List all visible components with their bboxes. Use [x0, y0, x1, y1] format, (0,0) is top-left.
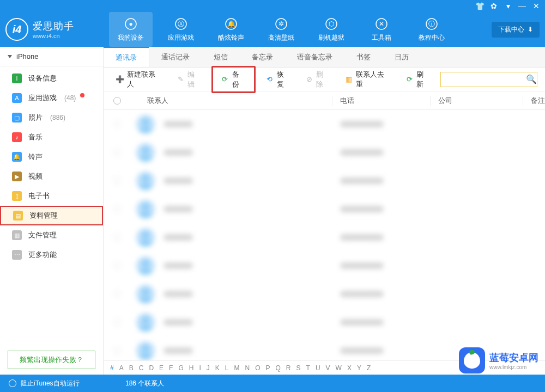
- device-selector[interactable]: iPhone: [0, 47, 103, 66]
- sidebar-item-more[interactable]: ⋯更多功能: [0, 245, 103, 265]
- sidebar-item-datamgmt[interactable]: ▤资料管理: [0, 206, 103, 225]
- alpha-L[interactable]: L: [225, 364, 229, 372]
- delete-button[interactable]: ⊘ 删除: [300, 68, 335, 91]
- sidebar-item-photos[interactable]: ▢照片(886): [0, 108, 103, 127]
- search-icon[interactable]: 🔍: [526, 74, 537, 84]
- alpha-A[interactable]: A: [119, 364, 124, 372]
- table-row[interactable]: [104, 167, 545, 195]
- nav-wallpaper[interactable]: ✲高清壁纸: [259, 12, 303, 47]
- tab-日历[interactable]: 日历: [383, 47, 421, 67]
- alpha-R[interactable]: R: [286, 364, 291, 372]
- close-icon[interactable]: ✕: [531, 1, 542, 11]
- tab-语音备忘录[interactable]: 语音备忘录: [285, 47, 344, 67]
- refresh-button[interactable]: ⟳ 刷新: [401, 68, 435, 91]
- alpha-N[interactable]: N: [245, 364, 250, 372]
- sidebar-item-label: 设备信息: [28, 74, 57, 83]
- sidebar-item-label: 应用游戏: [28, 93, 57, 103]
- col-phone[interactable]: 电话: [332, 96, 431, 106]
- table-row[interactable]: [104, 138, 545, 167]
- alpha-K[interactable]: K: [215, 364, 220, 372]
- sidebar-item-filemgmt[interactable]: ▥文件管理: [0, 225, 103, 245]
- alpha-J[interactable]: J: [207, 364, 210, 372]
- row-checkbox[interactable]: [104, 205, 131, 213]
- row-checkbox[interactable]: [104, 262, 131, 270]
- shirt-icon[interactable]: 👕: [474, 1, 485, 11]
- sidebar-item-info[interactable]: i设备信息: [0, 69, 103, 88]
- table-row[interactable]: [104, 280, 545, 308]
- gear-icon[interactable]: ✿: [488, 1, 499, 11]
- tab-通话记录[interactable]: 通话记录: [149, 47, 202, 67]
- edit-button[interactable]: ✎ 编辑: [172, 68, 206, 91]
- alpha-Q[interactable]: Q: [276, 364, 281, 372]
- table-row[interactable]: [104, 252, 545, 280]
- col-note[interactable]: 备注: [523, 96, 545, 106]
- search-box[interactable]: 🔍: [440, 72, 537, 87]
- alpha-I[interactable]: I: [199, 364, 201, 372]
- alpha-G[interactable]: G: [178, 364, 183, 372]
- nav-tools[interactable]: ✕工具箱: [360, 12, 403, 47]
- row-checkbox[interactable]: [104, 120, 131, 128]
- select-all-checkbox[interactable]: [104, 97, 131, 105]
- refresh-icon: ⟳: [405, 75, 414, 84]
- alpha-P[interactable]: P: [266, 364, 270, 372]
- nav-flash[interactable]: ⬡刷机越狱: [310, 12, 353, 47]
- sidebar-item-ringtone[interactable]: 🔔铃声: [0, 147, 103, 167]
- dedupe-button[interactable]: ▥ 联系人去重: [340, 68, 395, 91]
- alpha-Z[interactable]: Z: [367, 364, 371, 372]
- avatar-icon: [136, 256, 155, 275]
- tab-书签[interactable]: 书签: [344, 47, 383, 67]
- row-checkbox[interactable]: [104, 347, 131, 354]
- search-input[interactable]: [444, 76, 526, 83]
- col-name[interactable]: 联系人: [131, 96, 332, 106]
- tab-通讯录[interactable]: 通讯录: [104, 47, 149, 67]
- alpha-F[interactable]: F: [169, 364, 173, 372]
- alpha-W[interactable]: W: [336, 364, 342, 372]
- alpha-T[interactable]: T: [306, 364, 310, 372]
- alpha-B[interactable]: B: [129, 364, 134, 372]
- app-title-cn: 爱思助手: [33, 20, 74, 33]
- nav-tutorial[interactable]: ⓘ教程中心: [410, 12, 453, 47]
- download-center-button[interactable]: 下载中心 ⬇: [492, 22, 540, 38]
- row-checkbox[interactable]: [104, 318, 131, 326]
- minimize-icon[interactable]: —: [517, 1, 528, 11]
- restore-button[interactable]: ⟲ 恢复: [261, 68, 295, 91]
- sidebar-item-label: 资料管理: [29, 211, 58, 220]
- tab-短信[interactable]: 短信: [202, 47, 240, 67]
- alpha-V[interactable]: V: [326, 364, 330, 372]
- alpha-M[interactable]: M: [234, 364, 239, 372]
- alpha-U[interactable]: U: [316, 364, 320, 372]
- alpha-E[interactable]: E: [159, 364, 164, 372]
- help-link[interactable]: 频繁出现操作失败？: [8, 351, 95, 369]
- window-controls: 👕 ✿ ▾ — ✕: [0, 0, 545, 12]
- alpha-O[interactable]: O: [255, 364, 260, 372]
- block-itunes-toggle[interactable]: 阻止iTunes自动运行: [0, 379, 104, 388]
- col-company[interactable]: 公司: [431, 96, 523, 106]
- backup-icon: ⟳: [221, 75, 229, 84]
- nav-apps[interactable]: Ⓐ应用游戏: [159, 12, 203, 47]
- tab-备忘录[interactable]: 备忘录: [240, 47, 285, 67]
- sidebar-item-ebook[interactable]: ▯电子书: [0, 186, 103, 206]
- nav-device[interactable]: ●我的设备: [109, 12, 153, 47]
- row-checkbox[interactable]: [104, 290, 131, 298]
- sidebar-item-appgames[interactable]: A应用游戏(48): [0, 88, 103, 108]
- alpha-S[interactable]: S: [296, 364, 301, 372]
- sidebar-item-video[interactable]: ▶视频: [0, 167, 103, 186]
- alpha-D[interactable]: D: [149, 364, 154, 372]
- dropdown-icon[interactable]: ▾: [502, 1, 513, 11]
- alpha-#[interactable]: #: [110, 364, 114, 372]
- alpha-X[interactable]: X: [347, 364, 352, 372]
- row-checkbox[interactable]: [104, 177, 131, 185]
- nav-rings[interactable]: 🔔酷炫铃声: [209, 12, 253, 47]
- row-checkbox[interactable]: [104, 149, 131, 156]
- sidebar-item-music[interactable]: ♪音乐: [0, 127, 103, 147]
- alpha-C[interactable]: C: [139, 364, 144, 372]
- alpha-H[interactable]: H: [189, 364, 194, 372]
- row-checkbox[interactable]: [104, 234, 131, 241]
- backup-button[interactable]: ⟳ 备份: [211, 66, 256, 93]
- new-contact-button[interactable]: ➕ 新建联系人: [111, 68, 166, 91]
- table-row[interactable]: [104, 195, 545, 223]
- alpha-Y[interactable]: Y: [357, 364, 361, 372]
- table-row[interactable]: [104, 223, 545, 252]
- table-row[interactable]: [104, 110, 545, 138]
- table-row[interactable]: [104, 308, 545, 336]
